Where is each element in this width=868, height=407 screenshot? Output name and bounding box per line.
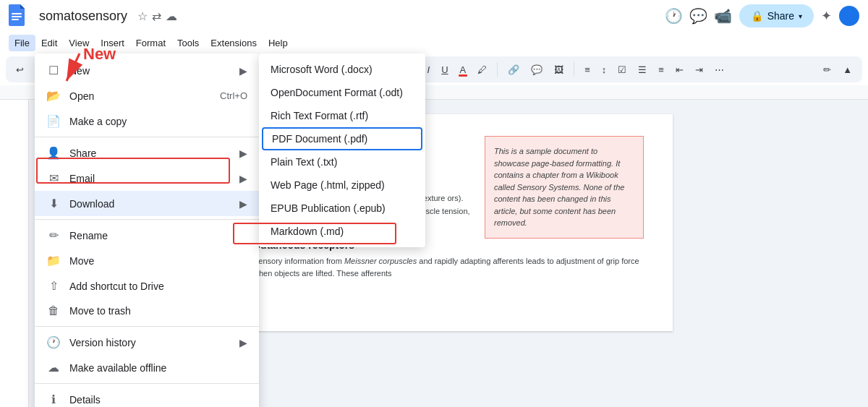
- odt-label: OpenDocument Format (.odt): [271, 87, 403, 98]
- chat-icon[interactable]: 💬: [690, 7, 707, 25]
- txt-label: Plain Text (.txt): [271, 156, 337, 168]
- meet-icon[interactable]: 📹: [715, 7, 732, 25]
- file-menu-details[interactable]: ℹ Details: [35, 387, 259, 407]
- share-button[interactable]: 🔒 Share ▾: [739, 4, 814, 27]
- shortcut-label: Add shortcut to Drive: [69, 280, 164, 292]
- numbered-list-button[interactable]: ≡: [654, 61, 668, 78]
- sep7: [574, 62, 574, 77]
- underline-button[interactable]: U: [437, 61, 452, 78]
- top-bar: somatosensory ☆ ⇄ ☁ 🕐 💬 📹 🔒 Share ▾ ✦: [0, 0, 868, 32]
- menu-item-file[interactable]: File: [9, 35, 35, 51]
- divider2: [35, 219, 259, 220]
- sep6: [497, 62, 498, 77]
- align-button[interactable]: ≡: [580, 61, 595, 78]
- body2-text: Sensory information from: [253, 257, 344, 265]
- download-html[interactable]: Web Page (.html, zipped): [259, 173, 425, 197]
- svg-rect-3: [12, 13, 22, 14]
- top-right-actions: 🕐 💬 📹 🔒 Share ▾ ✦: [665, 4, 859, 27]
- edit-mode-button[interactable]: ✏: [819, 61, 835, 78]
- menu-item-insert[interactable]: Insert: [95, 35, 130, 51]
- download-odt[interactable]: OpenDocument Format (.odt): [259, 81, 425, 104]
- share-menu-label: Share: [69, 147, 96, 159]
- divider4: [35, 383, 259, 384]
- email-arrow-icon: ▶: [239, 173, 247, 184]
- svg-rect-4: [12, 16, 22, 17]
- indent-increase-button[interactable]: ⇥: [691, 61, 707, 78]
- copy-label: Make a copy: [69, 116, 127, 127]
- linespacing-button[interactable]: ↕: [597, 61, 611, 78]
- move-icon: 📁: [46, 254, 61, 267]
- cloud-icon[interactable]: ☁: [166, 9, 177, 23]
- file-menu-version[interactable]: 🕐 Version history ▶: [35, 330, 259, 355]
- rename-icon: ✏: [46, 228, 61, 242]
- copy-icon: 📄: [46, 114, 61, 128]
- download-rtf[interactable]: Rich Text Format (.rtf): [259, 104, 425, 127]
- checklist-button[interactable]: ☑: [613, 61, 631, 78]
- download-submenu: Microsoft Word (.docx) OpenDocument Form…: [259, 53, 425, 247]
- image-button[interactable]: 🖼: [550, 61, 568, 78]
- menu-bar: File Edit View Insert Format Tools Exten…: [0, 32, 868, 53]
- file-menu-new[interactable]: ☐ New ▶: [35, 58, 259, 83]
- collapse-toolbar-button[interactable]: ▲: [838, 61, 856, 78]
- sidebar-left: [0, 100, 29, 407]
- divider3: [35, 326, 259, 327]
- file-menu-offline[interactable]: ☁ Make available offline: [35, 355, 259, 380]
- new-arrow-icon: ▶: [239, 65, 247, 77]
- download-docx[interactable]: Microsoft Word (.docx): [259, 58, 425, 81]
- comment-button[interactable]: 💬: [527, 61, 547, 78]
- highlight-button[interactable]: 🖊: [473, 61, 491, 78]
- download-arrow-icon: ▶: [239, 198, 247, 210]
- download-icon: ⬇: [46, 197, 61, 210]
- docs-logo: [9, 4, 29, 27]
- menu-item-view[interactable]: View: [63, 35, 95, 51]
- docx-label: Microsoft Word (.docx): [271, 64, 373, 75]
- menu-item-format[interactable]: Format: [130, 35, 171, 51]
- download-pdf[interactable]: PDF Document (.pdf): [262, 127, 422, 150]
- more-toolbar-button[interactable]: ⋯: [710, 61, 728, 78]
- undo-button[interactable]: ↩: [12, 61, 28, 78]
- file-menu-email[interactable]: ✉ Email ▶: [35, 166, 259, 191]
- bulleted-list-button[interactable]: ☰: [634, 61, 651, 78]
- share-dropdown-icon: ▾: [799, 12, 802, 20]
- shortcut-icon: ⇧: [46, 279, 61, 293]
- link-button[interactable]: 🔗: [503, 61, 524, 78]
- version-icon: 🕐: [46, 335, 61, 349]
- file-menu-copy[interactable]: 📄 Make a copy: [35, 108, 259, 134]
- body2-italic: Meissner corpuscles: [344, 257, 417, 265]
- doc-body-para2: Sensory information from Meissner corpus…: [253, 255, 644, 280]
- download-md[interactable]: Markdown (.md): [259, 220, 425, 243]
- file-menu-move[interactable]: 📁 Move: [35, 248, 259, 273]
- user-avatar[interactable]: [839, 6, 859, 26]
- info-box: This is a sample document to showcase pa…: [485, 136, 644, 239]
- menu-item-help[interactable]: Help: [263, 35, 294, 51]
- divider1: [35, 137, 259, 137]
- rename-label: Rename: [69, 230, 108, 241]
- history-icon[interactable]: 🕐: [665, 7, 683, 25]
- file-menu-share[interactable]: 👤 Share ▶: [35, 140, 259, 166]
- new-icon: ☐: [46, 64, 61, 77]
- menu-item-edit[interactable]: Edit: [35, 35, 63, 51]
- file-menu-shortcut[interactable]: ⇧ Add shortcut to Drive: [35, 273, 259, 299]
- spark-icon[interactable]: ✦: [821, 8, 832, 24]
- move-icon[interactable]: ⇄: [152, 9, 161, 23]
- file-menu-rename[interactable]: ✏ Rename: [35, 223, 259, 248]
- details-icon: ℹ: [46, 393, 61, 406]
- text-color-button[interactable]: A: [456, 61, 471, 78]
- indent-decrease-button[interactable]: ⇤: [671, 61, 688, 78]
- menu-item-tools[interactable]: Tools: [171, 35, 205, 51]
- open-label: Open: [69, 90, 94, 102]
- menu-item-extensions[interactable]: Extensions: [205, 35, 263, 51]
- file-menu-trash[interactable]: 🗑 Move to trash: [35, 299, 259, 323]
- download-txt[interactable]: Plain Text (.txt): [259, 150, 425, 173]
- file-menu-download[interactable]: ⬇ Download ▶: [35, 191, 259, 216]
- offline-icon: ☁: [46, 361, 61, 374]
- open-shortcut: Ctrl+O: [220, 90, 247, 101]
- lock-icon: 🔒: [751, 10, 763, 22]
- star-icon[interactable]: ☆: [137, 9, 148, 23]
- file-menu-open[interactable]: 📂 Open Ctrl+O: [35, 83, 259, 108]
- trash-icon: 🗑: [46, 304, 61, 317]
- offline-label: Make available offline: [69, 362, 166, 374]
- new-label: New: [69, 65, 90, 77]
- epub-label: EPUB Publication (.epub): [271, 202, 386, 214]
- download-epub[interactable]: EPUB Publication (.epub): [259, 197, 425, 220]
